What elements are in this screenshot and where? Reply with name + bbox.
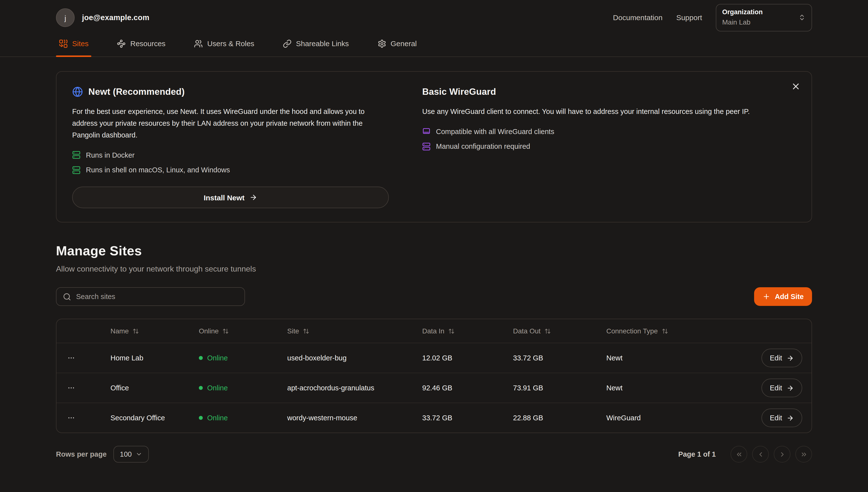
server-icon bbox=[72, 151, 80, 159]
table-row: Office Online apt-acrochordus-granulatus… bbox=[56, 373, 812, 403]
data-out: 73.91 GB bbox=[513, 383, 606, 393]
globe-icon bbox=[72, 87, 83, 97]
search-input[interactable] bbox=[76, 293, 238, 301]
data-out: 33.72 GB bbox=[513, 353, 606, 363]
table-row: Home Lab Online used-boxelder-bug 12.02 … bbox=[56, 343, 812, 373]
nav-documentation-link[interactable]: Documentation bbox=[613, 13, 663, 23]
online-label: Online bbox=[207, 383, 228, 393]
arrow-right-icon bbox=[249, 194, 257, 201]
tab-label: Sites bbox=[72, 38, 89, 49]
users-icon bbox=[194, 39, 203, 48]
server-icon bbox=[422, 142, 430, 151]
column-header-data-in[interactable]: Data In bbox=[422, 326, 513, 336]
arrow-right-icon bbox=[787, 385, 794, 392]
next-page-button[interactable] bbox=[774, 446, 790, 463]
chevron-left-icon bbox=[757, 451, 764, 458]
online-status: Online bbox=[199, 383, 287, 393]
install-newt-button[interactable]: Install Newt bbox=[72, 187, 389, 208]
data-in: 92.46 GB bbox=[422, 383, 513, 393]
connection-type: Newt bbox=[606, 383, 748, 393]
wireguard-feature: Compatible with all WireGuard clients bbox=[422, 127, 766, 137]
online-dot bbox=[199, 356, 203, 360]
tab-label: Shareable Links bbox=[296, 38, 349, 49]
site-name: Office bbox=[86, 383, 199, 393]
tab-users-roles[interactable]: Users & Roles bbox=[191, 35, 257, 56]
connection-type: Newt bbox=[606, 353, 748, 363]
top-header: j joe@example.com Documentation Support … bbox=[56, 0, 812, 35]
column-header-online[interactable]: Online bbox=[199, 326, 287, 336]
chevron-right-icon bbox=[778, 451, 786, 458]
row-menu-ellipsis-icon[interactable] bbox=[64, 381, 78, 395]
column-header-connection-type[interactable]: Connection Type bbox=[606, 326, 748, 336]
chevrons-up-down-icon bbox=[798, 14, 805, 21]
feature-label: Runs in shell on macOS, Linux, and Windo… bbox=[86, 165, 230, 175]
link-icon bbox=[283, 39, 292, 48]
install-newt-label: Install Newt bbox=[204, 194, 245, 202]
feature-label: Manual configuration required bbox=[436, 141, 530, 151]
edit-button[interactable]: Edit bbox=[762, 409, 802, 427]
sort-icon bbox=[448, 328, 455, 335]
data-out: 22.88 GB bbox=[513, 413, 606, 423]
site-slug: apt-acrochordus-granulatus bbox=[287, 383, 422, 393]
close-icon[interactable] bbox=[789, 79, 803, 93]
search-box bbox=[56, 288, 245, 306]
chevrons-left-icon bbox=[735, 451, 743, 458]
gear-icon bbox=[377, 39, 386, 48]
online-status: Online bbox=[199, 353, 287, 363]
tab-bar: Sites Resources Users & Roles Shareable … bbox=[0, 35, 868, 57]
chevron-down-icon bbox=[136, 451, 143, 458]
add-site-label: Add Site bbox=[775, 293, 804, 301]
tab-sites[interactable]: Sites bbox=[56, 35, 92, 56]
waypoints-icon bbox=[117, 39, 126, 48]
sort-icon bbox=[133, 328, 139, 335]
connection-methods-card: Newt (Recommended) For the best user exp… bbox=[56, 71, 812, 223]
wireguard-description: Use any WireGuard client to connect. You… bbox=[422, 106, 766, 118]
client-box-icon bbox=[422, 127, 430, 136]
chevrons-right-icon bbox=[800, 451, 808, 458]
sort-icon bbox=[662, 328, 668, 335]
sites-toolbar: Add Site bbox=[56, 288, 812, 306]
online-status: Online bbox=[199, 413, 287, 423]
arrow-right-icon bbox=[787, 354, 794, 362]
rows-per-page-value: 100 bbox=[120, 450, 131, 458]
connection-type: WireGuard bbox=[606, 413, 748, 423]
pangolin-dashboard: j joe@example.com Documentation Support … bbox=[0, 0, 868, 492]
site-slug: wordy-western-mouse bbox=[287, 413, 422, 423]
site-name: Home Lab bbox=[86, 353, 199, 363]
organization-picker[interactable]: Organization Main Lab bbox=[716, 4, 812, 31]
edit-button[interactable]: Edit bbox=[762, 379, 802, 397]
feature-label: Runs in Docker bbox=[86, 150, 134, 160]
online-label: Online bbox=[207, 353, 228, 363]
column-header-data-out[interactable]: Data Out bbox=[513, 326, 606, 336]
last-page-button[interactable] bbox=[795, 446, 812, 463]
tab-shareable-links[interactable]: Shareable Links bbox=[280, 35, 352, 56]
plus-icon bbox=[763, 293, 770, 301]
organization-picker-value: Main Lab bbox=[722, 18, 791, 27]
wireguard-title: Basic WireGuard bbox=[422, 85, 496, 98]
wireguard-section: Basic WireGuard Use any WireGuard client… bbox=[422, 85, 796, 208]
site-slug: used-boxelder-bug bbox=[287, 353, 422, 363]
tab-resources[interactable]: Resources bbox=[114, 35, 168, 56]
sort-icon bbox=[303, 328, 309, 335]
row-menu-ellipsis-icon[interactable] bbox=[64, 351, 78, 365]
tab-label: General bbox=[391, 38, 417, 49]
nav-support-link[interactable]: Support bbox=[676, 13, 702, 23]
row-menu-ellipsis-icon[interactable] bbox=[64, 411, 78, 425]
previous-page-button[interactable] bbox=[752, 446, 769, 463]
sites-table: Name Online Site Data In Data Out bbox=[56, 319, 812, 433]
column-header-site[interactable]: Site bbox=[287, 326, 422, 336]
online-dot bbox=[199, 386, 203, 390]
wireguard-feature: Manual configuration required bbox=[422, 141, 766, 151]
combine-icon bbox=[59, 39, 68, 48]
add-site-button[interactable]: Add Site bbox=[754, 288, 812, 306]
sort-icon bbox=[544, 328, 551, 335]
rows-per-page-select[interactable]: 100 bbox=[114, 446, 149, 463]
edit-button[interactable]: Edit bbox=[762, 349, 802, 368]
tab-general[interactable]: General bbox=[374, 35, 420, 56]
first-page-button[interactable] bbox=[730, 446, 747, 463]
tab-label: Resources bbox=[130, 38, 166, 49]
page-info: Page 1 of 1 bbox=[678, 449, 716, 460]
avatar[interactable]: j bbox=[56, 8, 75, 27]
site-name: Secondary Office bbox=[86, 413, 199, 423]
column-header-name[interactable]: Name bbox=[86, 326, 199, 336]
